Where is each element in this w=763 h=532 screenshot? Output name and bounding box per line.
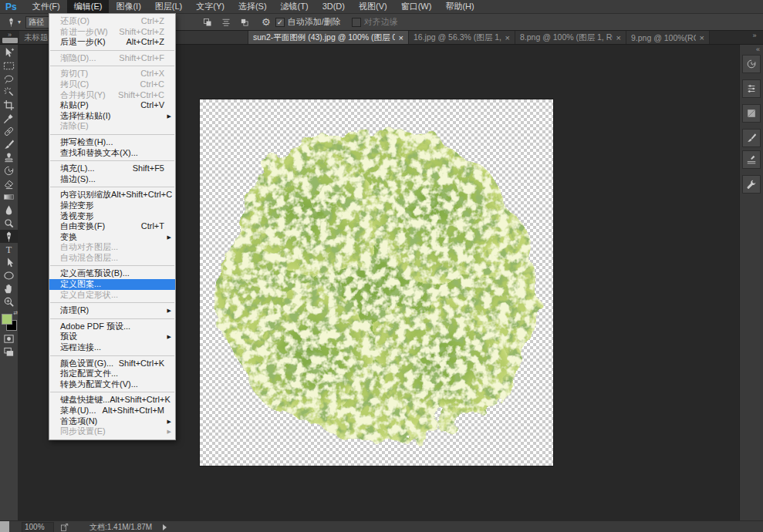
color-swatches[interactable]: ⇄ [0, 311, 18, 332]
tab-overflow-icon: » [752, 32, 756, 39]
healing-brush-tool[interactable] [0, 125, 18, 138]
edit-menu-item[interactable]: 填充(L)...Shift+F5 [49, 163, 175, 174]
tab-close-icon[interactable]: × [616, 33, 621, 42]
shape-tool[interactable] [0, 269, 18, 282]
tab-overflow-button[interactable]: » [746, 31, 763, 44]
path-arrange-icon[interactable] [238, 16, 252, 29]
submenu-arrow-icon: ▶ [164, 111, 171, 122]
eraser-tool[interactable] [0, 177, 18, 190]
edit-menu-item[interactable]: 拼写检查(H)... [49, 137, 175, 148]
edit-menu-item[interactable]: 选择性粘贴(I)▶ [49, 111, 175, 122]
tool-presets-panel-icon[interactable] [742, 175, 761, 194]
blur-tool[interactable] [0, 204, 18, 217]
styles-panel-icon[interactable] [742, 104, 761, 123]
edit-menu-item[interactable]: 键盘快捷键...Alt+Shift+Ctrl+K [49, 395, 175, 406]
swap-colors-icon[interactable]: ⇄ [13, 310, 18, 316]
edit-menu-item[interactable]: 清理(R)▶ [49, 305, 175, 316]
brush-panel-icon[interactable] [742, 129, 761, 147]
menu-item-shortcut: Alt+Shift+Ctrl+M [103, 406, 164, 416]
hand-tool[interactable] [0, 282, 18, 295]
tab-close-icon[interactable]: × [399, 33, 403, 42]
menubar-item[interactable]: 编辑(E) [67, 0, 110, 13]
menu-item-label: 清理(R) [60, 305, 89, 316]
clone-stamp-tool[interactable] [0, 151, 18, 164]
crop-tool[interactable] [0, 99, 18, 112]
gear-icon[interactable]: ⚙ [262, 16, 271, 28]
menu-separator [50, 160, 174, 161]
tabbar-left-corner: » [0, 31, 19, 44]
edit-menu-item[interactable]: 远程连接... [49, 342, 175, 353]
edit-menu-item[interactable]: 预设▶ [49, 332, 175, 342]
current-tool-preview[interactable]: ▾ [6, 17, 21, 27]
menubar-item[interactable]: 选择(S) [231, 0, 274, 13]
edit-menu-item[interactable]: 首选项(N)▶ [49, 416, 175, 427]
menubar-item[interactable]: 图层(L) [148, 0, 189, 13]
document-tab[interactable]: 16.jpg @ 56.3% (图层 1, RGB/8) *× [409, 31, 515, 44]
zoom-tool[interactable] [0, 295, 18, 308]
auto-add-delete-checkbox[interactable]: ✓ 自动添加/删除 [275, 16, 341, 28]
menubar-item[interactable]: 文件(F) [25, 0, 67, 13]
status-flyout-icon[interactable] [163, 524, 167, 530]
type-tool[interactable]: T [0, 243, 18, 256]
marquee-tool[interactable] [0, 59, 18, 72]
document-tab[interactable]: sun2-平面图例 (43).jpg @ 100% (图层 0, RGB/8) … [248, 31, 409, 44]
brush-tool[interactable] [0, 138, 18, 151]
gradient-tool[interactable] [0, 190, 18, 204]
edit-menu-item[interactable]: 透视变形 [49, 211, 175, 222]
menubar-item[interactable]: 文字(Y) [189, 0, 231, 13]
menubar-item[interactable]: 3D(D) [316, 0, 352, 13]
edit-menu-item[interactable]: 后退一步(K)Alt+Ctrl+Z [49, 37, 175, 48]
magic-wand-tool[interactable] [0, 86, 18, 99]
quick-mask-button[interactable] [0, 332, 18, 345]
history-panel-icon[interactable] [742, 55, 761, 73]
menu-item-shortcut: Ctrl+T [141, 221, 164, 232]
menu-separator [50, 50, 174, 51]
menubar-item[interactable]: 视图(V) [352, 0, 394, 13]
panel-dock-icons [742, 53, 761, 195]
edit-menu-item[interactable]: 自由变换(F)Ctrl+T [49, 221, 175, 232]
edit-menu-item[interactable]: 定义图案... [49, 279, 175, 290]
eyedropper-tool[interactable] [0, 112, 18, 125]
path-operations-icon[interactable] [201, 16, 214, 29]
edit-menu-item[interactable]: 菜单(U)...Alt+Shift+Ctrl+M [49, 406, 175, 416]
menubar-item[interactable]: 帮助(H) [438, 0, 481, 13]
path-select-tool[interactable] [0, 256, 18, 269]
path-alignment-icon[interactable] [219, 16, 233, 29]
document-tab[interactable]: 9.png @ 100%(RGB/8#)× [626, 31, 710, 44]
edit-menu-item[interactable]: Adobe PDF 预设... [49, 322, 175, 332]
menubar-item[interactable]: 窗口(W) [394, 0, 439, 13]
menubar-item[interactable]: 图像(I) [109, 0, 147, 13]
menubar-item[interactable]: 滤镜(T) [274, 0, 316, 13]
foreground-color-swatch[interactable] [2, 314, 12, 325]
edit-menu-item[interactable]: 粘贴(P)Ctrl+V [49, 100, 175, 111]
edit-menu-item[interactable]: 指定配置文件... [49, 369, 175, 379]
dodge-tool[interactable] [0, 217, 18, 230]
edit-menu-item[interactable]: 转换为配置文件(V)... [49, 379, 175, 390]
menu-separator [50, 355, 174, 356]
edit-menu-item[interactable]: 内容识别缩放Alt+Shift+Ctrl+C [49, 190, 175, 200]
edit-menu-item[interactable]: 描边(S)... [49, 174, 175, 185]
history-brush-tool[interactable] [0, 164, 18, 177]
dock-collapse-icon[interactable]: » [8, 32, 12, 38]
document-canvas[interactable] [200, 99, 553, 466]
document-tab[interactable]: 8.png @ 100% (图层 1, RGB/8#) *× [515, 31, 626, 44]
checkbox-box [352, 18, 361, 27]
edit-menu-item[interactable]: 颜色设置(G)...Shift+Ctrl+K [49, 359, 175, 369]
lasso-tool[interactable] [0, 72, 18, 86]
pen-tool[interactable] [0, 230, 18, 243]
zoom-level-field[interactable]: 100% [22, 522, 54, 532]
adjustments-panel-icon[interactable] [742, 79, 761, 98]
edit-menu-item[interactable]: 变换▶ [49, 232, 175, 243]
edit-menu-item[interactable]: 查找和替换文本(X)... [49, 148, 175, 159]
dock-expand-icon[interactable]: « [756, 45, 763, 53]
edit-menu-item[interactable]: 操控变形 [49, 200, 175, 211]
edit-menu-item[interactable]: 定义画笔预设(B)... [49, 268, 175, 279]
screen-mode-button[interactable] [0, 345, 18, 359]
tab-close-icon[interactable]: × [505, 33, 510, 42]
move-tool[interactable] [0, 46, 18, 59]
menu-item-shortcut: Alt+Ctrl+Z [126, 37, 164, 48]
panel-dock: « [739, 45, 763, 520]
tab-close-icon[interactable]: × [700, 33, 704, 42]
menu-item-label: 定义画笔预设(B)... [60, 268, 130, 279]
brush-presets-panel-icon[interactable] [742, 150, 761, 169]
